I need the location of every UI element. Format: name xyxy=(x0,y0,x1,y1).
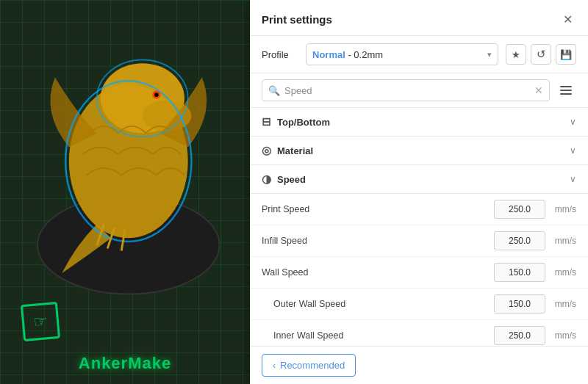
profile-label: Profile xyxy=(262,49,298,60)
wall-speed-label: Wall Speed xyxy=(262,267,494,278)
search-row: 🔍 ✕ xyxy=(250,73,588,108)
speed-section-header[interactable]: ◑ Speed ∨ xyxy=(250,165,588,194)
top-bottom-section-label-group: ⊟ Top/Bottom xyxy=(262,115,330,128)
wall-speed-row: Wall Speed 150.0 mm/s xyxy=(250,257,588,289)
material-section-header[interactable]: ◎ Material ∨ xyxy=(250,137,588,165)
material-icon: ◎ xyxy=(262,144,271,157)
outer-wall-speed-row: Outer Wall Speed 150.0 mm/s xyxy=(250,289,588,320)
speed-section-label-group: ◑ Speed xyxy=(262,173,306,186)
speed-label: Speed xyxy=(277,174,306,185)
dragon-model xyxy=(11,7,239,301)
recommended-button[interactable]: ‹ Recommended xyxy=(262,354,356,377)
panel-header: Print settings ✕ xyxy=(250,0,588,36)
save-button[interactable]: 💾 xyxy=(556,44,576,65)
inner-wall-speed-label: Inner Wall Speed xyxy=(273,330,494,341)
recommended-label: Recommended xyxy=(280,360,345,371)
speed-chevron-icon: ∨ xyxy=(570,174,576,184)
menu-line-3 xyxy=(560,93,572,95)
infill-speed-label: Infill Speed xyxy=(262,236,494,246)
inner-wall-speed-unit: mm/s xyxy=(550,330,576,341)
svg-point-7 xyxy=(154,93,159,97)
star-button[interactable]: ★ xyxy=(506,44,526,65)
menu-line-2 xyxy=(560,90,572,91)
material-chevron-icon: ∨ xyxy=(570,145,576,156)
chevron-left-icon: ‹ xyxy=(273,361,276,371)
brand-logo: AnkerMake xyxy=(79,354,171,373)
close-button[interactable]: ✕ xyxy=(559,10,576,28)
profile-actions: ★ ↺ 💾 xyxy=(506,44,576,65)
material-section-label-group: ◎ Material xyxy=(262,144,313,157)
top-bottom-icon: ⊟ xyxy=(262,115,271,128)
print-speed-value[interactable]: 250.0 xyxy=(494,200,545,219)
print-speed-label: Print Speed xyxy=(262,204,494,214)
outer-wall-speed-label: Outer Wall Speed xyxy=(273,299,494,309)
search-icon: 🔍 xyxy=(268,85,280,96)
reset-icon: ↺ xyxy=(537,48,546,61)
infill-speed-value[interactable]: 250.0 xyxy=(494,231,545,250)
profile-chevron-icon: ▾ xyxy=(487,50,492,59)
print-speed-row: Print Speed 250.0 mm/s xyxy=(250,194,588,225)
outer-wall-speed-unit: mm/s xyxy=(550,299,576,309)
profile-value: Normal - 0.2mm xyxy=(312,49,383,60)
top-bottom-chevron-icon: ∨ xyxy=(570,117,576,127)
speed-icon: ◑ xyxy=(262,173,271,186)
inner-wall-speed-row: Inner Wall Speed 250.0 mm/s xyxy=(250,320,588,346)
panel-title: Print settings xyxy=(262,13,332,26)
wall-speed-unit: mm/s xyxy=(550,267,576,278)
material-label: Material xyxy=(277,145,313,156)
search-clear-icon[interactable]: ✕ xyxy=(534,85,543,95)
top-bottom-label: Top/Bottom xyxy=(277,117,330,128)
search-input[interactable] xyxy=(284,85,530,96)
menu-button[interactable] xyxy=(556,80,576,101)
print-speed-unit: mm/s xyxy=(550,204,576,214)
settings-content: ⊟ Top/Bottom ∨ ◎ Material ∨ ◑ Speed ∨ Pr… xyxy=(250,108,588,346)
safety-warning-icon: ☞ xyxy=(21,302,60,341)
top-bottom-section-header[interactable]: ⊟ Top/Bottom ∨ xyxy=(250,108,588,137)
infill-speed-unit: mm/s xyxy=(550,236,576,246)
wall-speed-value[interactable]: 150.0 xyxy=(494,263,545,282)
profile-dropdown[interactable]: Normal - 0.2mm ▾ xyxy=(306,43,498,65)
menu-line-1 xyxy=(560,86,572,87)
print-settings-panel: Print settings ✕ Profile Normal - 0.2mm … xyxy=(250,0,588,384)
save-icon: 💾 xyxy=(560,49,572,60)
profile-row: Profile Normal - 0.2mm ▾ ★ ↺ 💾 xyxy=(250,36,588,73)
search-box: 🔍 ✕ xyxy=(262,79,550,101)
panel-footer: ‹ Recommended xyxy=(250,346,588,384)
outer-wall-speed-value[interactable]: 150.0 xyxy=(494,294,545,314)
inner-wall-speed-value[interactable]: 250.0 xyxy=(494,326,545,345)
infill-speed-row: Infill Speed 250.0 mm/s xyxy=(250,225,588,257)
printer-background: ☞ AnkerMake xyxy=(0,0,250,384)
star-icon: ★ xyxy=(512,49,520,60)
reset-button[interactable]: ↺ xyxy=(531,44,551,65)
